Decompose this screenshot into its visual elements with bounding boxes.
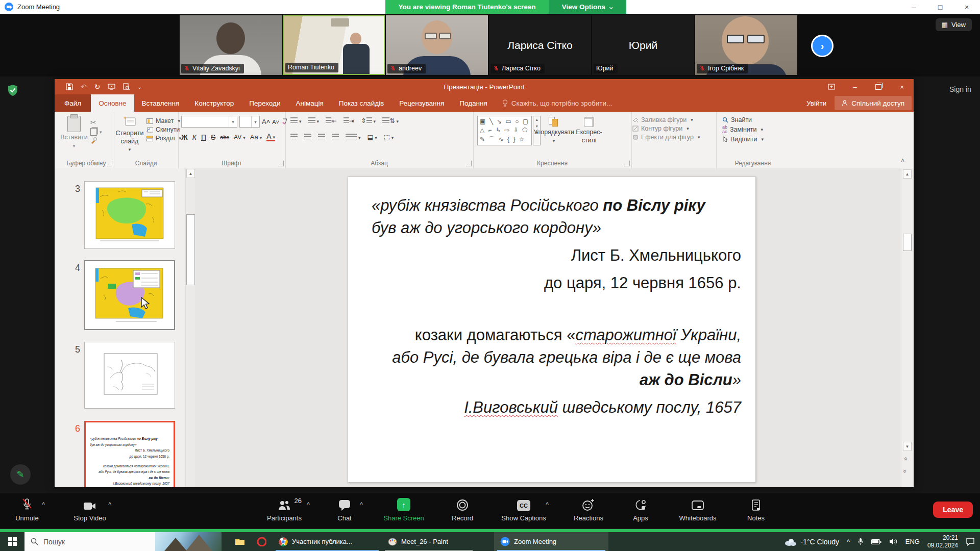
font-name-combobox[interactable]: ▾ [181, 116, 237, 128]
font-color-button[interactable]: A [266, 133, 275, 141]
slide-thumbnail-3[interactable] [84, 181, 175, 249]
whiteboards-button[interactable]: Whiteboards [671, 498, 724, 522]
align-right-button[interactable] [318, 134, 325, 141]
share-screen-button[interactable]: ↑ Share Screen [378, 498, 429, 522]
print-preview-icon[interactable] [123, 83, 130, 90]
apps-button[interactable]: Apps [625, 498, 656, 522]
bullets-button[interactable] [290, 117, 302, 124]
numbering-button[interactable] [308, 117, 320, 124]
format-painter-button[interactable] [90, 137, 102, 144]
tray-expand-caret[interactable]: ^ [847, 538, 850, 545]
tab-animations[interactable]: Анімація [288, 94, 331, 112]
language-indicator[interactable]: ENG [905, 538, 920, 545]
clipboard-dialog-launcher[interactable] [107, 161, 112, 166]
show-captions-button[interactable]: ^ CC Show Captions [496, 498, 552, 522]
arrange-button[interactable]: Упорядкувати ▾ [533, 117, 574, 144]
reset-button[interactable]: Скинути [146, 126, 181, 133]
main-scrollbar[interactable]: ▲ ▼ » » [901, 168, 914, 487]
tab-slideshow[interactable]: Показ слайдів [331, 94, 391, 112]
customize-qat-icon[interactable]: ⌄ [137, 84, 141, 90]
ppt-restore-button[interactable] [867, 79, 890, 94]
minimize-button[interactable]: – [900, 0, 927, 14]
tab-transitions[interactable]: Переходи [241, 94, 288, 112]
participant-tile-active-speaker[interactable]: Roman Tiutenko [283, 15, 385, 75]
smartart-button[interactable]: ⬚ [384, 133, 394, 141]
replace-button[interactable]: abacЗамінити [722, 125, 794, 134]
align-text-button[interactable]: ⬓ [368, 133, 377, 141]
new-slide-button[interactable]: Створити слайд ▾ [115, 116, 144, 153]
tab-insert[interactable]: Вставлення [134, 94, 187, 112]
text-shadow-button[interactable]: abc [220, 134, 229, 140]
audio-options-caret[interactable]: ^ [42, 501, 45, 508]
underline-button[interactable]: П [201, 133, 206, 141]
video-options-caret[interactable]: ^ [108, 501, 111, 508]
annotation-pencil-button[interactable]: ✎ [10, 464, 31, 485]
tab-design[interactable]: Конструктор [187, 94, 241, 112]
justify-button[interactable] [332, 134, 339, 141]
participants-button[interactable]: ^ 26 Participants [258, 498, 311, 522]
tab-home[interactable]: Основне [91, 94, 134, 112]
undo-icon[interactable]: ↶ [81, 83, 87, 91]
align-left-button[interactable] [290, 134, 298, 141]
shapes-gallery[interactable]: ▣ ╲ ↘ ▭ ○ ▢ △ ⌐ ↳ ⇨ ⇩ ⬠ ✎ ⌒ ∿ { } ☆ [477, 116, 532, 145]
view-layout-button[interactable]: ▦ View [936, 18, 972, 31]
select-button[interactable]: Виділити [722, 136, 794, 143]
participant-tile[interactable]: Ігор Срібняк [695, 15, 797, 75]
change-case-button[interactable]: Aa [250, 133, 262, 141]
ppt-close-button[interactable]: × [890, 79, 914, 94]
decrease-indent-button[interactable]: ⇤ [326, 117, 336, 124]
scroll-up-arrow[interactable]: ▲ [186, 169, 195, 178]
taskbar-opera[interactable] [251, 532, 273, 551]
unmute-button[interactable]: ^ Unmute [5, 498, 49, 522]
ppt-share-button[interactable]: Спільний доступ [835, 96, 912, 110]
chat-caret[interactable]: ^ [360, 501, 363, 508]
reactions-button[interactable]: Reactions [567, 498, 610, 522]
drawing-dialog-launcher[interactable] [624, 161, 630, 166]
scrollbar-thumb[interactable] [186, 214, 195, 285]
slide-thumbnail-4[interactable] [84, 260, 175, 330]
security-shield-icon[interactable] [7, 84, 18, 96]
tray-mic-icon[interactable] [857, 538, 864, 546]
next-participants-arrow[interactable]: › [811, 35, 834, 57]
participant-tile[interactable]: Юрий Юрий [592, 15, 694, 75]
columns-button[interactable] [346, 134, 361, 141]
taskbar-clock[interactable]: 20:21 09.02.2024 [927, 534, 958, 549]
line-spacing-button[interactable]: ⇕ [361, 117, 376, 124]
align-center-button[interactable] [304, 134, 311, 141]
tab-view[interactable]: Подання [452, 94, 495, 112]
start-button[interactable] [0, 532, 24, 551]
tell-me-box[interactable]: Скажіть, що потрібно зробити... [495, 94, 620, 112]
font-dialog-launcher[interactable] [278, 161, 284, 166]
italic-button[interactable]: К [192, 133, 197, 141]
tab-review[interactable]: Рецензування [391, 94, 452, 112]
layout-button[interactable]: Макет [146, 117, 181, 124]
scroll-up-arrow[interactable]: ▲ [903, 169, 912, 179]
ppt-sign-in[interactable]: Увійти [798, 94, 835, 112]
section-button[interactable]: Розділ [146, 135, 181, 142]
thumbnail-scrollbar[interactable]: ▲ [185, 168, 195, 487]
chat-button[interactable]: ^ Chat [326, 498, 363, 522]
font-size-combobox[interactable]: ▾ [239, 116, 260, 128]
strikethrough-button[interactable]: S [211, 133, 215, 141]
close-button[interactable]: × [953, 0, 980, 14]
quick-styles-button[interactable]: Експрес-стилі [574, 117, 604, 144]
maximize-button[interactable]: □ [927, 0, 953, 14]
leave-button[interactable]: Leave [933, 502, 973, 518]
scroll-down-arrow[interactable]: ▼ [903, 442, 912, 451]
copy-button[interactable]: ▾ [90, 128, 102, 136]
bold-button[interactable]: Ж [181, 133, 188, 141]
view-options-button[interactable]: View Options⌄ [549, 0, 626, 14]
participant-tile[interactable]: Лариса Сітко Лариса Сітко [489, 15, 591, 75]
taskbar-search-input[interactable]: Пошук [24, 532, 222, 551]
find-button[interactable]: Знайти [722, 116, 794, 123]
text-direction-button[interactable]: ⇅ [382, 117, 399, 124]
stop-video-button[interactable]: ^ Stop Video [63, 498, 116, 522]
increase-indent-button[interactable]: ⇥ [344, 117, 354, 124]
ribbon-display-options-button[interactable] [820, 79, 843, 94]
battery-icon[interactable] [871, 539, 881, 545]
taskbar-zoom-task[interactable]: Zoom Meeting [494, 532, 608, 551]
paragraph-dialog-launcher[interactable] [466, 161, 472, 166]
participants-caret[interactable]: ^ [307, 501, 310, 508]
grow-font-button[interactable]: A˄ [262, 118, 270, 126]
participant-tile[interactable]: Vitaliy Zavadskyi [180, 15, 282, 75]
